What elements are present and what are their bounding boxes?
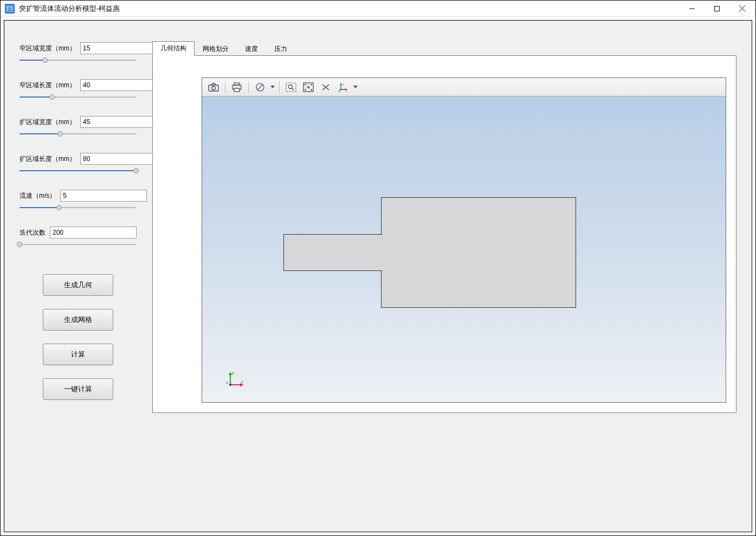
print-icon[interactable] bbox=[229, 80, 245, 95]
param-slider[interactable] bbox=[20, 241, 136, 248]
svg-rect-14 bbox=[286, 83, 296, 92]
svg-point-15 bbox=[289, 85, 293, 88]
svg-text:x: x bbox=[346, 89, 347, 93]
svg-line-16 bbox=[292, 88, 294, 90]
svg-line-13 bbox=[257, 85, 263, 90]
slider-thumb[interactable] bbox=[17, 242, 22, 247]
generate-mesh-button[interactable]: 生成网格 bbox=[43, 309, 113, 331]
svg-text:y: y bbox=[343, 82, 344, 86]
toolbar-separator bbox=[279, 81, 280, 93]
param-group: 扩区域长度（mm） bbox=[20, 153, 136, 175]
body-area: 窄区域宽度（mm）窄区域长度（mm）扩区域宽度（mm）扩区域长度（mm）流速（m… bbox=[1, 17, 755, 535]
gl-canvas[interactable]: y x z bbox=[202, 96, 726, 402]
param-input[interactable] bbox=[50, 227, 137, 238]
compute-button[interactable]: 计算 bbox=[43, 344, 113, 365]
svg-point-8 bbox=[212, 86, 215, 89]
geometry-expansion-region bbox=[381, 197, 576, 308]
slider-thumb[interactable] bbox=[42, 57, 48, 63]
filter-dropdown-icon[interactable] bbox=[269, 86, 276, 88]
geometry-narrow-region bbox=[283, 234, 382, 271]
inner-frame: 窄区域宽度（mm）窄区域长度（mm）扩区域宽度（mm）扩区域长度（mm）流速（m… bbox=[4, 20, 752, 532]
svg-line-22 bbox=[339, 89, 341, 92]
viewport-frame: y x bbox=[152, 55, 736, 413]
geometry-seam-cover bbox=[381, 235, 382, 270]
param-group: 窄区域长度（mm） bbox=[20, 79, 136, 101]
param-slider[interactable] bbox=[20, 130, 136, 138]
minimize-button[interactable] bbox=[680, 1, 705, 17]
param-group: 扩区域宽度（mm） bbox=[20, 116, 136, 138]
main-content: 几何结构网格划分速度压力 bbox=[152, 42, 736, 516]
param-label: 扩区域宽度（mm） bbox=[20, 118, 76, 127]
axis-x-label: x bbox=[241, 379, 243, 384]
fit-extents-icon[interactable] bbox=[300, 80, 316, 95]
axis-y-label: y bbox=[232, 370, 234, 375]
axis-gizmo: y x z bbox=[225, 370, 245, 390]
param-label: 窄区域长度（mm） bbox=[20, 81, 76, 90]
slider-thumb[interactable] bbox=[133, 168, 139, 173]
param-group: 流速（m/s） bbox=[20, 190, 136, 211]
param-slider[interactable] bbox=[20, 204, 136, 211]
zoom-box-icon[interactable] bbox=[283, 80, 299, 95]
app-icon bbox=[5, 4, 15, 14]
titlebar: 突扩管流体流动分析模型-柯益惠 bbox=[1, 1, 755, 17]
app-window: 突扩管流体流动分析模型-柯益惠 窄区域宽度（mm）窄区域长度（mm）扩区域宽度（… bbox=[0, 0, 756, 536]
generate-geometry-button[interactable]: 生成几何 bbox=[43, 274, 113, 296]
param-label: 流速（m/s） bbox=[20, 191, 56, 201]
slider-thumb[interactable] bbox=[49, 94, 55, 100]
camera-icon[interactable] bbox=[205, 80, 222, 95]
rotate-icon[interactable] bbox=[318, 80, 334, 95]
tab[interactable]: 压力 bbox=[266, 42, 295, 56]
toolbar-separator bbox=[248, 81, 249, 93]
param-input[interactable] bbox=[60, 190, 147, 202]
param-label: 窄区域宽度（mm） bbox=[20, 44, 76, 53]
axes-dropdown-icon[interactable] bbox=[352, 86, 359, 88]
param-label: 扩区域长度（mm） bbox=[20, 154, 76, 164]
maximize-button[interactable] bbox=[705, 1, 729, 17]
slider-thumb[interactable] bbox=[57, 131, 63, 137]
tab[interactable]: 速度 bbox=[237, 42, 266, 56]
toolbar-separator bbox=[225, 81, 225, 93]
svg-rect-0 bbox=[7, 6, 12, 11]
param-slider[interactable] bbox=[20, 56, 136, 64]
tab-bar: 几何结构网格划分速度压力 bbox=[152, 42, 736, 55]
svg-rect-11 bbox=[234, 88, 240, 92]
filter-icon[interactable] bbox=[252, 80, 268, 95]
param-slider[interactable] bbox=[20, 167, 136, 175]
close-button[interactable] bbox=[729, 1, 754, 17]
one-click-compute-button[interactable]: 一键计算 bbox=[43, 378, 113, 400]
param-slider[interactable] bbox=[20, 93, 136, 101]
param-group: 迭代次数 bbox=[20, 227, 136, 248]
slider-thumb[interactable] bbox=[56, 205, 62, 210]
window-title: 突扩管流体流动分析模型-柯益惠 bbox=[19, 4, 680, 14]
axis-z-label: z bbox=[226, 380, 228, 385]
svg-point-27 bbox=[229, 384, 232, 386]
tab[interactable]: 几何结构 bbox=[152, 41, 195, 56]
svg-rect-4 bbox=[715, 6, 720, 11]
tab[interactable]: 网格划分 bbox=[195, 42, 237, 56]
window-controls bbox=[680, 1, 754, 17]
action-buttons: 生成几何 生成网格 计算 一键计算 bbox=[20, 274, 136, 400]
param-label: 迭代次数 bbox=[20, 228, 46, 237]
sidebar: 窄区域宽度（mm）窄区域长度（mm）扩区域宽度（mm）扩区域长度（mm）流速（m… bbox=[20, 42, 136, 516]
gl-area: y x bbox=[202, 78, 726, 403]
param-group: 窄区域宽度（mm） bbox=[20, 42, 136, 64]
viewport-toolbar: y x bbox=[202, 78, 726, 96]
axes-icon[interactable]: y x bbox=[335, 80, 351, 95]
